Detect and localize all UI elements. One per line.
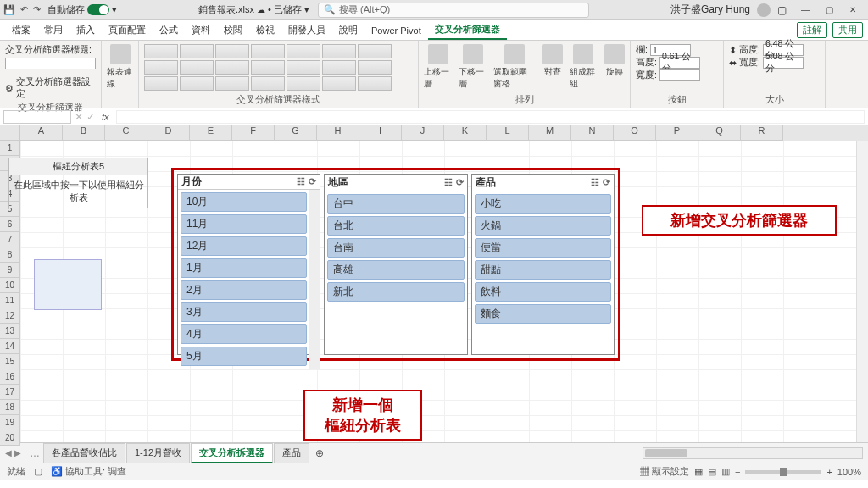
menu-tab-6[interactable]: 校閱 [217,20,249,40]
sheet-nav[interactable]: ◀▶ [5,448,26,458]
slicer-item[interactable]: 甜點 [475,260,611,280]
vertical-scrollbar[interactable] [856,141,868,442]
file-name[interactable]: 銷售報表.xlsx ☁ • 已儲存 ▾ [198,3,309,16]
slicer-caption-input[interactable] [5,58,96,69]
sheet-tab-2[interactable]: 交叉分析拆選器 [191,443,273,463]
avatar[interactable] [757,3,771,17]
slicer-item[interactable]: 飲料 [475,282,611,302]
toggle-switch-on[interactable] [87,4,109,15]
name-box[interactable] [3,110,71,124]
close-button[interactable]: ✕ [841,5,865,14]
send-backward-button[interactable]: 下移一層 [459,44,487,90]
macro-record-icon[interactable]: ▢ [34,466,42,477]
share-button[interactable]: 共用 [832,22,863,38]
slicer-item[interactable]: 3月 [181,302,307,322]
slicer-styles-gallery[interactable] [144,44,392,92]
view-layout-icon[interactable]: ▤ [708,466,716,477]
multi-select-icon[interactable]: ☷ [297,176,305,187]
slicers-selection[interactable]: 月份☷⟳10月11月12月1月2月3月4月5月地區☷⟳台中台北台南高雄新北產品☷… [171,168,620,361]
accessibility-status[interactable]: ♿ 協助工具: 調查 [51,465,126,478]
rotate-button[interactable]: 旋轉 [604,44,625,78]
multi-select-icon[interactable]: ☷ [444,177,453,188]
slicer-2[interactable]: 產品☷⟳小吃火鍋便當甜點飲料麵食 [471,174,615,355]
user-name[interactable]: 洪子盛Gary Hung [670,3,750,17]
pivot-placeholder[interactable]: 樞紐分析表5 在此區域中按一下以使用樞紐分析表 [8,158,148,310]
slicer-item[interactable]: 4月 [181,324,307,344]
zoom-slider[interactable] [745,470,821,474]
menu-tab-7[interactable]: 檢視 [249,20,281,40]
slicer-settings-button[interactable]: ⚙交叉分析篩選器設定 [5,76,96,100]
minimize-button[interactable]: — [793,5,817,14]
slicer-0[interactable]: 月份☷⟳10月11月12月1月2月3月4月5月 [177,174,320,355]
slicer-item[interactable]: 火鍋 [475,216,611,236]
slicer-item[interactable]: 高雄 [327,260,464,280]
search-box[interactable]: 🔍 搜尋 (Alt+Q) [318,3,589,18]
clear-filter-icon[interactable]: ⟳ [456,177,464,188]
slicer-title: 產品 [476,175,496,190]
slicer-item[interactable]: 便當 [475,238,611,258]
clear-filter-icon[interactable]: ⟳ [309,176,316,187]
menu-tab-5[interactable]: 資料 [185,20,217,40]
autosave-toggle[interactable]: 自動儲存 ▾ [47,3,117,16]
slicer-item[interactable]: 10月 [181,192,307,212]
report-connections-button[interactable]: 報表連線 [107,44,133,90]
slicer-1[interactable]: 地區☷⟳台中台北台南高雄新北 [324,174,467,355]
sheet-tab-0[interactable]: 各產品營收佔比 [43,443,125,463]
align-button[interactable]: 對齊 [542,44,563,78]
enter-icon[interactable]: ✓ [86,111,95,123]
zoom-in-button[interactable]: + [826,467,832,477]
pivot-title: 樞紐分析表5 [8,158,148,175]
selection-pane-button[interactable]: 選取範圍窗格 [493,44,536,90]
menu-tab-1[interactable]: 常用 [37,20,70,40]
save-icon[interactable]: 💾 [3,4,15,15]
button-width-input[interactable]: 寬度: [636,69,700,81]
slicer-item[interactable]: 新北 [327,282,464,302]
ribbon-display-icon[interactable]: ▢ [777,4,787,16]
view-normal-icon[interactable]: ▦ [694,466,703,477]
slicer-item[interactable]: 台南 [327,238,464,258]
sheet-tab-3[interactable]: 產品 [274,443,309,463]
fx-icon[interactable]: fx [98,112,113,122]
slicer-item[interactable]: 12月 [181,236,307,256]
sheet-tab-1[interactable]: 1-12月營收 [126,443,190,463]
slicer-scrollbar[interactable] [309,190,320,369]
new-sheet-button[interactable]: ⊕ [310,447,329,459]
undo-icon[interactable]: ↶ [20,4,28,15]
select-all-corner[interactable] [0,125,20,141]
menu-tab-2[interactable]: 插入 [70,20,102,40]
menu-tab-10[interactable]: Power Pivot [364,20,428,40]
window-controls: — ▢ ✕ [793,5,865,14]
menu-tab-11[interactable]: 交叉分析篩選器 [428,20,507,40]
size-width-input[interactable]: ⬌寬度:5.08 公分 [729,57,804,69]
zoom-level[interactable]: 100% [837,467,861,477]
horizontal-scrollbar[interactable] [643,447,863,459]
slicer-item[interactable]: 小吃 [475,194,611,214]
cancel-icon[interactable]: ✕ [75,111,83,123]
display-settings[interactable]: ▦ 顯示設定 [640,465,689,478]
menu-tab-3[interactable]: 頁面配置 [102,20,153,40]
comments-button[interactable]: 註解 [797,22,827,38]
zoom-out-button[interactable]: − [735,467,740,477]
column-headers[interactable]: ABCDEFGHIJKLMNOPQR [20,125,868,141]
menu-tab-9[interactable]: 說明 [332,20,364,40]
slicer-item[interactable]: 1月 [181,258,307,278]
maximize-button[interactable]: ▢ [817,5,841,14]
clear-filter-icon[interactable]: ⟳ [603,177,610,188]
qat-more-icon[interactable]: ▾ [112,4,117,15]
slicer-item[interactable]: 台北 [327,216,464,236]
slicer-item[interactable]: 2月 [181,280,307,300]
menu-tab-8[interactable]: 開發人員 [281,20,332,40]
slicer-item[interactable]: 台中 [327,194,464,214]
formula-input[interactable] [116,110,865,124]
menu-tab-4[interactable]: 公式 [153,20,185,40]
view-pagebreak-icon[interactable]: ▥ [721,466,730,477]
bring-forward-button[interactable]: 上移一層 [424,44,452,90]
button-height-input[interactable]: 高度:0.61 公分 [636,57,700,69]
slicer-item[interactable]: 11月 [181,214,307,234]
slicer-item[interactable]: 5月 [181,347,307,366]
menu-tab-0[interactable]: 檔案 [5,20,37,40]
group-button[interactable]: 組成群組 [570,44,598,90]
redo-icon[interactable]: ↷ [33,4,41,15]
multi-select-icon[interactable]: ☷ [591,177,599,188]
slicer-item[interactable]: 麵食 [475,304,611,324]
